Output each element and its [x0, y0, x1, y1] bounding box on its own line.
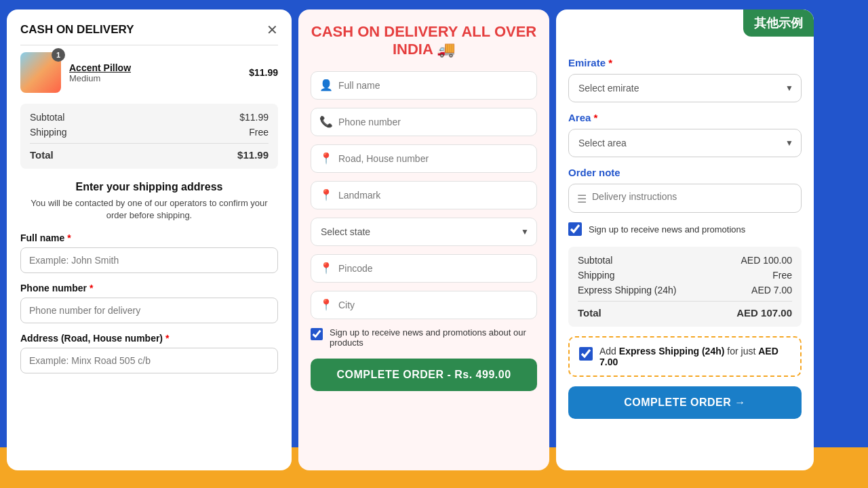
form-section-desc: You will be contacted by one of our oper… [20, 197, 278, 222]
product-price: $11.99 [249, 67, 278, 78]
right-subtotal-value: AED 100.00 [741, 255, 793, 266]
right-shipping-row: Shipping Free [578, 270, 792, 281]
fullname-field[interactable] [338, 72, 528, 99]
address-field[interactable] [338, 145, 528, 172]
address-input[interactable] [20, 348, 278, 373]
area-select[interactable]: Select area [568, 129, 802, 157]
address-label: Address (Road, House number) * [20, 333, 278, 344]
area-select-wrapper: Select area ▼ [568, 129, 802, 157]
product-name: Accent Pillow [69, 62, 241, 73]
location-icon-2: 📍 [319, 188, 333, 201]
right-shipping-value: Free [772, 270, 792, 281]
middle-panel: CASH ON DELIVERY ALL OVER INDIA 🚚 👤 📞 📍 … [298, 9, 549, 470]
location-icon-1: 📍 [319, 152, 333, 165]
area-required: * [594, 112, 598, 123]
product-variant: Medium [69, 73, 241, 83]
summary-subtotal-row: Subtotal $11.99 [30, 112, 269, 123]
person-icon: 👤 [319, 79, 333, 92]
left-panel: CASH ON DELIVERY ✕ 1 Accent Pillow Mediu… [7, 9, 292, 470]
right-total-row: Total AED 107.00 [578, 301, 792, 319]
fullname-field-wrap: 👤 [311, 71, 537, 100]
product-badge: 1 [52, 48, 65, 62]
address-field-wrap: 📍 [311, 144, 537, 173]
divider [20, 45, 278, 45]
express-checkbox[interactable] [579, 347, 593, 361]
right-subtotal-row: Subtotal AED 100.00 [578, 255, 792, 266]
landmark-field-wrap: 📍 [311, 181, 537, 209]
fullname-input[interactable] [20, 247, 278, 273]
express-highlight: Express Shipping (24h) [619, 346, 725, 357]
fullname-label: Full name * [20, 232, 278, 243]
total-label: Total [30, 149, 54, 161]
shipping-value: Free [249, 127, 269, 138]
delivery-instructions-input[interactable] [592, 191, 793, 202]
signup-checkbox[interactable] [311, 328, 323, 340]
location-icon-4: 📍 [319, 298, 333, 311]
required-star: * [165, 333, 169, 344]
right-total-label: Total [578, 307, 601, 319]
left-panel-header: CASH ON DELIVERY ✕ [20, 23, 278, 37]
right-subtotal-label: Subtotal [578, 255, 612, 266]
right-express-row: Express Shipping (24h) AED 7.00 [578, 285, 792, 296]
emirate-label: Emirate * [568, 57, 802, 68]
right-signup-checkbox-row: Sign up to receive news and promotions [568, 222, 802, 236]
pincode-field[interactable] [338, 255, 528, 282]
location-icon-3: 📍 [319, 262, 333, 274]
subtotal-label: Subtotal [30, 112, 64, 123]
delivery-input-wrap: ☰ [568, 184, 802, 213]
express-text: Add Express Shipping (24h) for just AED … [599, 346, 791, 367]
emirate-select[interactable]: Select emirate [568, 74, 802, 102]
left-panel-title: CASH ON DELIVERY [20, 23, 134, 37]
pincode-field-wrap: 📍 [311, 254, 537, 283]
phone-input[interactable] [20, 298, 278, 323]
close-button[interactable]: ✕ [267, 23, 278, 37]
summary-shipping-row: Shipping Free [30, 127, 269, 138]
complete-order-button[interactable]: COMPLETE ORDER - Rs. 499.00 [311, 359, 537, 391]
right-signup-label: Sign up to receive news and promotions [589, 224, 745, 235]
form-section-title: Enter your shipping address [20, 181, 278, 193]
summary-box: Subtotal $11.99 Shipping Free Total $11.… [20, 104, 278, 169]
subtotal-value: $11.99 [239, 112, 269, 123]
complete-order-right-button[interactable]: COMPLETE ORDER → [568, 386, 802, 419]
signup-checkbox-row: Sign up to receive news and promotions a… [311, 327, 537, 348]
product-image-wrap: 1 [20, 52, 61, 93]
state-select[interactable]: Select state [311, 218, 537, 246]
required-star: * [90, 283, 93, 293]
product-row: 1 Accent Pillow Medium $11.99 [20, 52, 278, 93]
required-star: * [67, 232, 71, 243]
other-example-banner: 其他示例 [743, 9, 814, 37]
right-express-value: AED 7.00 [751, 285, 792, 296]
phone-label: Phone number * [20, 283, 278, 293]
emirate-select-wrapper: Select emirate ▼ [568, 74, 802, 102]
state-select-wrapper: Select state ▼ [311, 218, 537, 246]
right-signup-checkbox[interactable] [568, 222, 582, 236]
landmark-field[interactable] [338, 182, 528, 209]
summary-total-row: Total $11.99 [30, 143, 269, 161]
signup-label: Sign up to receive news and promotions a… [330, 327, 537, 348]
right-express-label: Express Shipping (24h) [578, 285, 677, 296]
area-label: Area * [568, 112, 802, 123]
right-summary-box: Subtotal AED 100.00 Shipping Free Expres… [568, 247, 802, 327]
right-panel: 其他示例 Emirate * Select emirate ▼ Area * S… [556, 9, 814, 470]
order-note-label: Order note [568, 167, 802, 178]
middle-title: CASH ON DELIVERY ALL OVER INDIA 🚚 [311, 23, 537, 59]
city-field-wrap: 📍 [311, 291, 537, 319]
right-total-value: AED 107.00 [736, 307, 792, 319]
express-shipping-box: Add Express Shipping (24h) for just AED … [568, 336, 802, 377]
menu-icon: ☰ [577, 192, 587, 205]
right-shipping-label: Shipping [578, 270, 615, 281]
product-info: Accent Pillow Medium [69, 62, 241, 83]
emirate-required: * [608, 57, 612, 68]
shipping-label: Shipping [30, 127, 67, 138]
total-value: $11.99 [237, 149, 269, 161]
phone-field-wrap: 📞 [311, 108, 537, 136]
city-field[interactable] [338, 291, 528, 319]
phone-icon: 📞 [319, 115, 333, 128]
phone-field[interactable] [338, 108, 528, 136]
